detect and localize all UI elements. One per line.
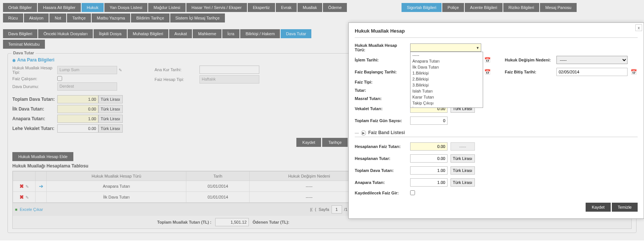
dropdown-item[interactable]: ----- <box>410 52 483 58</box>
select-degisim-nedeni[interactable]: ----- <box>556 56 628 64</box>
label-toplam-faiz-gun: Toplam Faiz Gün Sayısı: <box>355 118 407 123</box>
muallak-hesap-modal: x Hukuk Muallak Hesap Hukuk Muallak Hesa… <box>348 22 644 219</box>
label-hesaplanan-tutar: Hesaplanan Tutar: <box>355 156 407 161</box>
label-tutar: Tutar: <box>355 88 407 93</box>
label-kaydedilecek: Kaydedilecek Faiz Gir: <box>355 191 407 195</box>
input-toplam-faiz-gun[interactable] <box>410 117 448 125</box>
dropdown-item[interactable]: Takip Çıkışı <box>410 100 483 106</box>
label-modal-toplam-dava: Toplam Dava Tutarı: <box>355 168 407 173</box>
unit-modal-anapara[interactable] <box>451 178 475 187</box>
input-modal-toplam-dava[interactable] <box>410 166 448 175</box>
input-modal-anapara[interactable] <box>410 178 448 187</box>
label-hesap-turu: Hukuk Muallak Hesap Türü: <box>355 43 407 52</box>
calendar-icon[interactable]: 📅 <box>631 69 637 75</box>
dropdown-item[interactable]: 1.Bilirkişi <box>410 70 483 76</box>
label-modal-anapara: Anapara Tutarı: <box>355 180 407 185</box>
dropdown-item[interactable]: Islah Tutarı <box>410 88 483 94</box>
expand-icon <box>361 130 366 135</box>
dropdown-list[interactable]: ----- Anapara Tutarı İlk Dava Tutarı 1.B… <box>410 52 483 108</box>
checkbox-kaydedilecek[interactable] <box>410 190 415 195</box>
dropdown-item[interactable]: 2.Bilirkişi <box>410 76 483 82</box>
unit-hesaplanan-tutar[interactable] <box>451 154 475 163</box>
modal-close-button[interactable]: x <box>635 24 642 31</box>
label-vekalet: Vekalet Tutarı: <box>355 106 407 111</box>
calendar-icon[interactable]: 📅 <box>484 69 491 75</box>
input-hesaplanan-tutar[interactable] <box>410 154 448 163</box>
band-title: Faiz Band Listesi <box>368 130 405 135</box>
dropdown-item[interactable]: Anapara Tutarı <box>410 58 483 64</box>
modal-title: Hukuk Muallak Hesap <box>355 28 638 38</box>
input-hesaplanan-faiz[interactable] <box>410 142 448 151</box>
band-header[interactable]: Faiz Band Listesi <box>355 130 638 137</box>
label-faiz-tipi: Faiz Tipi: <box>355 80 407 84</box>
unit-modal-toplam-dava[interactable] <box>451 166 475 175</box>
label-masraf: Masraf Tutarı: <box>355 96 407 101</box>
dropdown-hesap-turu[interactable] <box>410 43 481 52</box>
dropdown-item[interactable]: 3.Bilirkişi <box>410 82 483 88</box>
label-faiz-baslangic: Faiz Başlangıç Tarihi: <box>355 70 407 74</box>
dropdown-item[interactable]: İlk Dava Tutarı <box>410 64 483 70</box>
modal-kaydet-button[interactable]: Kaydet <box>586 203 610 212</box>
unit-dash: ----- <box>451 142 475 151</box>
label-hesaplanan-faiz: Hesaplanan Faiz Tutarı: <box>355 144 407 149</box>
dropdown-item[interactable]: İade Edilen Para Tutarı <box>410 106 483 108</box>
input-faiz-bitis[interactable] <box>556 68 628 76</box>
modal-temizle-button[interactable]: Temizle <box>612 203 638 212</box>
label-faiz-bitis: Faiz Bitiş Tarihi: <box>505 70 553 74</box>
chevron-down-icon <box>476 45 479 50</box>
label-degisim-nedeni: Hukuk Değişim Nedeni: <box>505 58 553 62</box>
label-islem-tarihi: İşlem Tarihi: <box>355 58 407 62</box>
dropdown-item[interactable]: Karar Tutarı <box>410 94 483 100</box>
calendar-icon[interactable]: 📅 <box>484 57 491 63</box>
